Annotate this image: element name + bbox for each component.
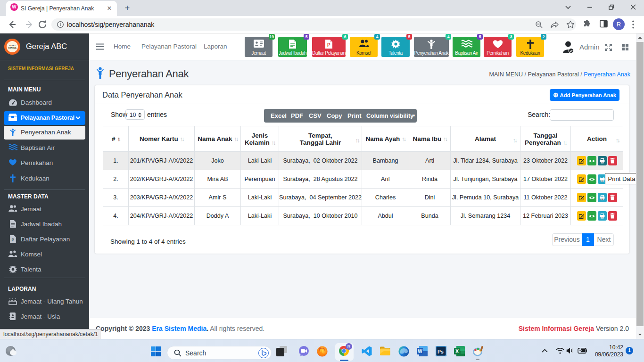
svg-text:P: P [327,42,330,48]
svg-text:LOGO: LOGO [9,44,16,47]
svg-text:X: X [455,348,459,354]
svg-text:Ps: Ps [438,349,444,354]
svg-text:P: P [11,238,14,242]
svg-text:W: W [418,349,422,354]
svg-text:GEREJA: GEREJA [8,47,17,49]
